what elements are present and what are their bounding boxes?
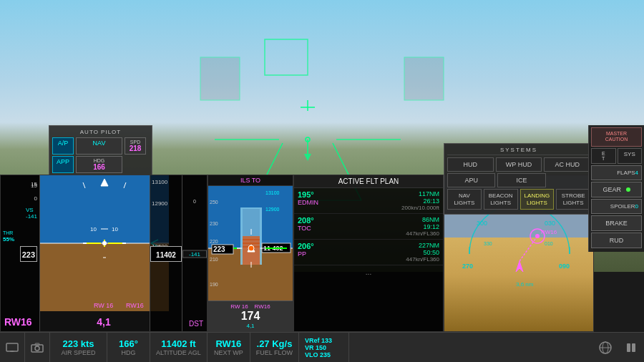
flight-plan-panel: ACTIVE FLT PLAN 195° EDMIN 117NM 26:13 2… — [293, 175, 444, 332]
flt-row-3: 206° PP 227NM 50:50 447kn/FL360 — [294, 240, 443, 265]
fuel-value: .27 Kg/s — [257, 338, 293, 349]
svg-text:220: 220 — [210, 239, 218, 244]
flt-row2-dist: 86NM — [406, 216, 439, 223]
airspeed-value: 223 kts — [62, 338, 94, 349]
pfd-container: 15 223 THR 55% 15 0 VS -141 — [0, 175, 208, 332]
status-screen-icon-container — [0, 333, 25, 362]
hdg-button[interactable]: HDG 166 — [76, 156, 122, 173]
wp-hud-button[interactable]: WP HUD — [496, 157, 542, 172]
ils-rwy-label: RW 16 RW16 — [210, 303, 291, 310]
ac-hud-button[interactable]: AC HUD — [544, 157, 590, 172]
app-button[interactable]: APP — [52, 156, 74, 173]
nav-lights-button[interactable]: NAVLIGHTS — [447, 189, 482, 210]
ils-heading-box: RW 16 RW16 174 4,1 — [208, 300, 293, 331]
svg-text:210: 210 — [210, 257, 218, 262]
svg-line-73 — [519, 236, 537, 261]
flt-row2-wp: TOC — [298, 225, 314, 232]
ils-display: 13100 12900 12500 11 402 250 230 220 210… — [208, 186, 293, 311]
status-alt: 11402 ft Altitude AGL — [150, 333, 208, 362]
ice-button[interactable]: ICE — [497, 173, 545, 187]
screen-icon[interactable] — [6, 343, 19, 353]
svg-rect-87 — [627, 343, 630, 352]
sys-button[interactable]: SYS — [618, 148, 643, 164]
systems-row-1: HUD WP HUD AC HUD — [447, 157, 590, 172]
ils-title: ILS TO — [208, 175, 293, 186]
flt-row3-wp: PP — [298, 250, 314, 258]
alt-current: 11402 — [156, 251, 176, 259]
gear-button[interactable]: GEAR — [591, 182, 642, 197]
svg-text:13100: 13100 — [265, 190, 280, 195]
vs-label: VS -141 — [26, 207, 37, 220]
rud-button[interactable]: RUD — [591, 233, 642, 248]
hdg-value: 166° — [119, 338, 138, 349]
vs-scale: 0 — [182, 199, 207, 204]
flt-row-1: 195° EDMIN 117NM 26:13 200kn/10.000ft — [294, 188, 443, 214]
svg-text:300: 300 — [477, 220, 487, 227]
speed-current: 223 — [22, 250, 35, 259]
systems-row-3: NAVLIGHTS BEACONLIGHTS LANDINGLIGHTS STR… — [447, 189, 590, 210]
svg-text:090: 090 — [559, 263, 570, 270]
flt-row1-dist: 117NM — [401, 190, 439, 197]
master-caution[interactable]: MASTER CAUTION — [591, 127, 642, 147]
flt-row3-heading: 206° — [298, 242, 314, 250]
svg-text:RW16: RW16 — [126, 302, 144, 309]
hdg-label: HDG — [122, 349, 136, 356]
et-button[interactable]: ET — [591, 148, 616, 164]
spd-button[interactable]: SPD 218 — [125, 137, 146, 155]
svg-rect-78 — [6, 343, 18, 351]
ap-title: AUTO PILOT — [52, 129, 149, 135]
flt-plan-title: ACTIVE FLT PLAN — [294, 175, 443, 188]
status-airspeed: 223 kts Air Speed — [50, 333, 107, 362]
gear-indicator — [626, 187, 630, 192]
flt-row1-heading: 195° — [298, 190, 318, 199]
svg-text:RW 16: RW 16 — [94, 302, 113, 309]
alt-value: 11402 ft — [161, 338, 195, 349]
status-fuel: .27 Kg/s Fuel Flow — [250, 333, 299, 362]
svg-text:190: 190 — [210, 282, 218, 287]
systems-row-2: APU ICE — [447, 173, 590, 187]
svg-text:010: 010 — [545, 241, 553, 246]
globe-icon-container — [592, 333, 618, 362]
svg-text:030: 030 — [545, 220, 555, 227]
airspeed-label: Air Speed — [61, 349, 95, 356]
flt-row2-spd: 447kn/FL360 — [406, 230, 439, 237]
svg-text:270: 270 — [462, 263, 473, 270]
vlo-value: VLO 235 — [305, 351, 331, 358]
alt-label: Altitude AGL — [156, 349, 201, 356]
apu-button[interactable]: APU — [447, 173, 495, 187]
pause-icon[interactable] — [624, 341, 638, 355]
flt-more: ... — [294, 265, 443, 279]
nav-button[interactable]: NAV — [76, 137, 122, 155]
ap-button[interactable]: A/P — [52, 137, 74, 155]
systems-panel: SYSTEMS HUD WP HUD AC HUD APU ICE NAVLIG… — [444, 143, 594, 215]
flt-row1-wp: EDMIN — [298, 199, 318, 206]
pfd-dist-label: 4,1 — [97, 316, 110, 328]
hud-button[interactable]: HUD — [447, 157, 494, 172]
flaps-button[interactable]: FLAPS 4 — [591, 165, 642, 180]
wp-label: Next WP — [214, 349, 243, 356]
speed-tape: 15 223 THR 55% 15 0 VS -141 — [1, 175, 40, 332]
svg-text:10: 10 — [90, 226, 97, 233]
svg-text:223: 223 — [213, 245, 225, 253]
svg-text:250: 250 — [210, 200, 218, 205]
brake-button[interactable]: BRAKE — [591, 215, 642, 231]
pfd-runway-label: RW16 — [4, 316, 32, 328]
thr-display: THR 55% — [3, 230, 14, 243]
beacon-lights-button[interactable]: BEACONLIGHTS — [484, 189, 518, 210]
flt-row2-heading: 208° — [298, 216, 314, 225]
svg-text:10: 10 — [112, 226, 118, 233]
strobe-lights-button[interactable]: STROBELIGHTS — [556, 189, 590, 210]
svg-point-82 — [35, 346, 39, 351]
ils-heading: 174 — [210, 310, 291, 323]
vr-value: VR 150 — [305, 344, 326, 351]
fuel-label: Fuel Flow — [256, 349, 293, 356]
flt-row1-time: 26:13 — [401, 197, 439, 205]
landing-lights-button[interactable]: LANDINGLIGHTS — [520, 189, 555, 210]
status-bar: 223 kts Air Speed 166° HDG 11402 ft Alti… — [0, 332, 644, 362]
globe-icon[interactable] — [598, 341, 613, 355]
spoiler-button[interactable]: SPOILER 0 — [591, 199, 642, 214]
pause-icon-container — [618, 333, 644, 362]
status-wp: RW16 Next WP — [208, 333, 250, 362]
flt-row2-time: 19:12 — [406, 223, 439, 230]
camera-icon[interactable] — [31, 343, 44, 353]
